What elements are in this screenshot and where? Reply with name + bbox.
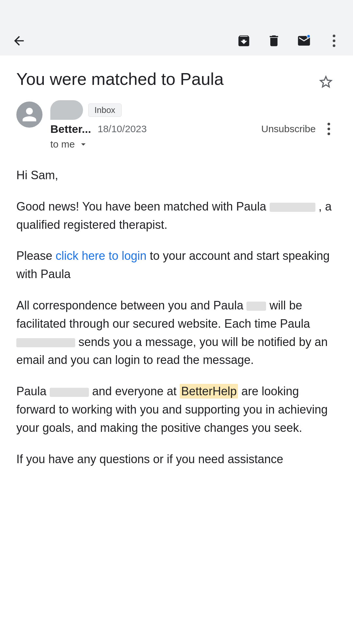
para5: If you have any questions or if you need… xyxy=(16,450,337,468)
sender-row-right: Unsubscribe xyxy=(261,121,337,137)
sender-logo xyxy=(50,100,83,120)
more-options-button[interactable] xyxy=(325,32,343,50)
para4: Paula and everyone at BetterHelp are loo… xyxy=(16,382,337,437)
sender-name-row: Better... 18/10/2023 Unsubscribe xyxy=(50,121,337,137)
archive-button[interactable] xyxy=(235,32,253,50)
delete-button[interactable] xyxy=(265,32,283,50)
sender-area: Inbox Better... 18/10/2023 Unsubscribe xyxy=(16,100,337,150)
back-icon xyxy=(12,34,26,48)
sender-avatar xyxy=(16,102,42,128)
toolbar-left xyxy=(10,32,28,50)
mark-unread-button[interactable] xyxy=(295,32,313,50)
more-vert-icon xyxy=(333,34,335,48)
para2: Please click here to login to your accou… xyxy=(16,247,337,283)
para3: All correspondence between you and Paula… xyxy=(16,296,337,369)
inbox-badge-row: Inbox xyxy=(50,100,337,120)
star-button[interactable] xyxy=(315,71,337,94)
redacted-1 xyxy=(270,203,315,212)
star-icon xyxy=(318,74,334,90)
chevron-down-icon xyxy=(78,139,89,149)
top-toolbar xyxy=(0,26,353,55)
sender-more-button[interactable] xyxy=(321,121,337,137)
redacted-3 xyxy=(16,338,75,347)
back-button[interactable] xyxy=(10,32,28,50)
email-subject: You were matched to Paula xyxy=(16,69,224,90)
sender-name: Better... xyxy=(50,123,91,135)
login-link[interactable]: click here to login xyxy=(56,249,146,262)
delete-icon xyxy=(267,34,281,48)
notification-dot xyxy=(307,34,311,38)
person-icon xyxy=(21,106,38,123)
para2-prefix: Please xyxy=(16,249,56,262)
status-bar xyxy=(0,0,353,26)
email-body: Hi Sam, Good news! You have been matched… xyxy=(16,166,337,468)
sender-meta-row[interactable]: to me xyxy=(50,139,337,150)
redacted-4 xyxy=(50,388,89,397)
to-me-text: to me xyxy=(50,139,75,150)
betterhelp-highlight: BetterHelp xyxy=(180,384,238,399)
sender-more-icon xyxy=(328,122,330,136)
para1: Good news! You have been matched with Pa… xyxy=(16,197,337,234)
greeting: Hi Sam, xyxy=(16,166,337,184)
redacted-2 xyxy=(246,302,266,311)
toolbar-right xyxy=(235,32,343,50)
email-subject-row: You were matched to Paula xyxy=(16,69,337,94)
unsubscribe-button[interactable]: Unsubscribe xyxy=(261,123,316,134)
sender-info: Inbox Better... 18/10/2023 Unsubscribe xyxy=(50,100,337,150)
inbox-badge: Inbox xyxy=(88,103,122,117)
archive-icon xyxy=(237,34,251,48)
email-container: You were matched to Paula Inbox Better..… xyxy=(0,55,353,644)
sender-date: 18/10/2023 xyxy=(98,123,147,134)
